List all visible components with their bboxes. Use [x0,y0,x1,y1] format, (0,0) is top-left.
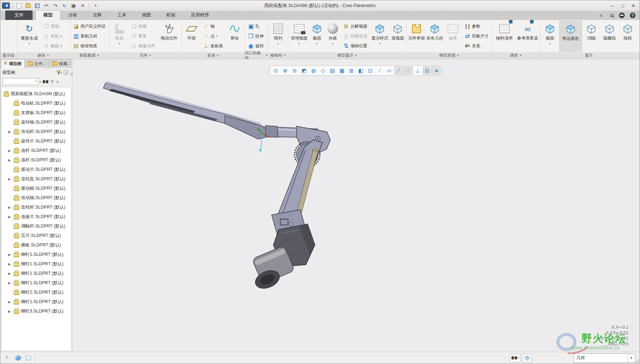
edit-position-button[interactable]: ⇅编辑位置 [342,42,369,50]
window-switch-icon[interactable]: ▣▾ [69,2,78,9]
tree-item[interactable]: ▶齿轮盘.SLDPRT (默认) [1,174,71,184]
delete-button[interactable]: ✕删除▾ [42,42,63,50]
tree-item[interactable]: 旋转片.SLDPRT (默认) [1,136,71,146]
shaded-with-edges-button[interactable]: 带边着色 [559,21,582,51]
assemble-button[interactable]: 组装▾ [111,21,128,51]
app-menu-icon[interactable] [2,2,10,9]
search-dropdown-icon[interactable]: ▾ [40,80,41,83]
minimize-button[interactable]: ─ [607,2,617,9]
close-window-icon[interactable]: ✕ [78,2,87,9]
tree-item[interactable]: 擦板.SLDPRT (默认) [1,240,71,250]
view-manager-icon[interactable]: ▦ [338,66,346,75]
tab-model-tree[interactable]: 模型树 [1,59,25,68]
tree-item[interactable]: 压片.SLDPRT (默认) [1,231,71,240]
repaint-icon[interactable]: ◩ [300,66,309,75]
mirror-component-button[interactable]: ◫镜像元件 [130,42,157,50]
copy-button[interactable]: ❐复制 [42,22,63,30]
zoom-in-icon[interactable]: ⊕ [281,66,290,75]
collapse-ribbon-icon[interactable]: ∧ [598,12,605,19]
exploded-view-icon[interactable]: ⊞ [347,66,356,75]
switch-dimensions-button[interactable]: ⇄切换尺寸 [463,32,490,40]
group-label[interactable]: 模型意图▼ [407,52,492,59]
resize-grip[interactable] [635,359,639,363]
group-label[interactable]: 基准▼ [182,52,245,59]
display-section-button[interactable]: 截面▾ [541,21,559,51]
tree-item[interactable]: ▶铆钉1.SLDPRT (默认) [1,297,71,307]
maximize-button[interactable]: □ [618,2,628,9]
tree-item[interactable]: 支撑板.SLDPRT (默认) [1,108,71,118]
spin-center-icon[interactable]: ∗ [432,66,441,75]
exploded-view-button[interactable]: ⊞分解视图 [342,22,369,30]
plane-display-icon[interactable]: ▱ [385,66,394,75]
expand-arrow-icon[interactable]: ▶ [7,281,12,285]
expand-arrow-icon[interactable]: ▶ [7,300,12,304]
display-style-icon[interactable]: ◇ [319,66,328,75]
saved-views-icon[interactable]: ▤ [328,66,337,75]
hole-button[interactable]: ▣孔 [247,22,265,30]
tree-search-input[interactable] [3,79,34,84]
shrinkwrap-button[interactable]: ▤收缩包络 [72,42,107,50]
tab-model[interactable]: 模型 [35,10,61,20]
tree-item[interactable]: ▶铆钉1.SLDPRT (默认) [1,259,71,269]
graphics-area[interactable]: ⊙⊕⊖◩◍◇▤▦⊞◧⊡∕▱∕∴⊥⊟∗ X.X+-0.1 X.XX+-0.01 X… [73,59,640,352]
tab-analysis[interactable]: 分析 [61,10,85,20]
section-button[interactable]: 截面▾ [309,21,324,51]
extrude-button[interactable]: ❒拉伸 [247,32,265,40]
expand-arrow-icon[interactable]: ▶ [7,262,12,266]
tab-framework[interactable]: 框架 [159,10,183,20]
tree-item[interactable]: 电动机.SLDPRT (默认) [1,99,71,108]
toggle-status-button[interactable]: ▒切换状况 [342,32,369,40]
sketch-button[interactable]: 草绘 [226,21,243,51]
refit-icon[interactable]: ⊙ [271,66,280,75]
expand-arrow-icon[interactable]: ▶ [7,215,12,219]
paste-button[interactable]: 📋︎粘贴▾ [42,32,63,40]
add-filter-icon[interactable]: + [56,79,59,85]
manage-views-button[interactable]: 管理视图▾ [289,21,309,51]
open-file-icon[interactable] [24,2,32,9]
axis-display-icon[interactable]: ∕ [394,66,403,75]
zoom-box-icon[interactable]: ⊡ [366,66,375,75]
expand-arrow-icon[interactable]: ▶ [7,272,12,275]
expand-arrow-icon[interactable]: ▶ [7,309,12,313]
search-model-button[interactable]: ▾ [510,354,521,362]
group-label[interactable]: 操作▼ [17,52,70,59]
regenerate-button[interactable]: ↻ 重新生成▾ [18,21,41,51]
tree-item[interactable]: ▶连接片.SLDPRT (默认) [1,212,71,222]
filter-icon[interactable] [50,80,54,83]
expand-arrow-icon[interactable]: ▶ [7,205,12,209]
selection-filter-combo[interactable]: 几何 ▼ [574,354,635,363]
tree-root-item[interactable]: 雨刷装配体.SLDASM (默认) [1,89,71,99]
tab-favorites[interactable]: 收藏... [49,59,74,68]
tree-item[interactable]: 驱动柄.SLDPRT (默认) [1,184,71,193]
udf-button[interactable]: ◪用户定义特征 [72,22,107,30]
tree-item[interactable]: 铆钉2.SLDPRT (默认) [1,288,71,297]
expand-arrow-icon[interactable]: ▶ [7,130,12,134]
find-icon[interactable] [43,80,48,83]
chevron-down-icon[interactable]: ▼ [628,354,633,362]
axis-button[interactable]: ∕轴 [202,22,225,30]
shading-icon[interactable]: ◍ [309,66,318,75]
help-icon[interactable]: ? [629,12,636,19]
tree-item[interactable]: ▶铆钉3.SLDPRT (默认) [1,307,71,316]
tree-item[interactable]: ▶齿轮杆.SLDPRT (默认) [1,203,71,212]
tree-tools-icon[interactable]: ▾ [57,70,62,75]
parameters-button[interactable]: [ ]参数 [463,22,490,30]
group-label[interactable]: 切口和曲面▼ [245,52,268,59]
close-button[interactable]: ✕ [628,2,638,9]
toggle-navigator-icon[interactable] [3,354,12,362]
toggle-fullscreen-icon[interactable] [24,354,33,362]
perspective-button[interactable]: 透视图 [390,21,405,51]
model-canvas[interactable] [73,59,640,352]
datum-display-icon[interactable]: ∕ [376,66,384,75]
csys-button[interactable]: ⊥坐标系 [202,42,225,50]
tree-item[interactable]: 驱动片.SLDPRT (默认) [1,165,71,174]
tree-item[interactable]: ▶连杆.SLDPRT (默认) [1,146,71,155]
publish-geometry-button[interactable]: 发布几何 [426,21,443,51]
pattern-button[interactable]: 阵列▾ [269,21,287,51]
tree-item[interactable]: 调幅杆.SLDPRT (默认) [1,222,71,231]
tab-view[interactable]: 视图 [134,10,159,20]
select-in-box-button[interactable] [523,354,532,362]
regenerate-quick-icon[interactable]: ↻ [60,2,69,9]
tree-item[interactable]: ▶连杆.SLDPRT (默认) [1,155,71,165]
csys-display-icon[interactable]: ⊥ [413,66,422,75]
